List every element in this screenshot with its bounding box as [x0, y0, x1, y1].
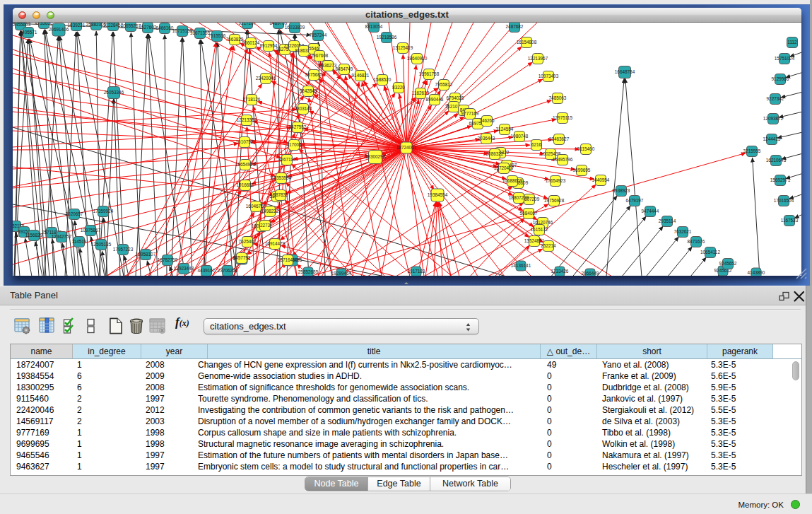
svg-text:9660124: 9660124 [242, 40, 260, 45]
svg-text:10655267: 10655267 [121, 23, 141, 28]
svg-text:8912954: 8912954 [260, 43, 278, 48]
svg-text:23420046: 23420046 [256, 76, 276, 81]
svg-text:9227342: 9227342 [767, 96, 784, 101]
svg-text:6466160: 6466160 [156, 25, 174, 30]
svg-text:10688609: 10688609 [502, 178, 523, 183]
svg-text:587833: 587833 [273, 192, 288, 197]
svg-text:7955812: 7955812 [435, 82, 453, 87]
svg-text:15720407: 15720407 [494, 165, 514, 170]
svg-text:16120746: 16120746 [533, 220, 553, 225]
svg-text:7632621: 7632621 [674, 229, 692, 234]
svg-text:12093872: 12093872 [763, 116, 784, 121]
svg-text:10973493: 10973493 [539, 74, 559, 78]
svg-text:1916682: 1916682 [237, 182, 254, 187]
svg-text:2803144: 2803144 [295, 106, 312, 111]
svg-text:16046765: 16046765 [246, 204, 266, 209]
svg-text:16033809: 16033809 [285, 25, 305, 30]
svg-text:16648784: 16648784 [615, 69, 635, 74]
svg-text:18640910: 18640910 [407, 56, 428, 61]
svg-text:10975867: 10975867 [81, 228, 101, 233]
svg-text:16154808: 16154808 [517, 40, 537, 45]
svg-text:16961758: 16961758 [419, 71, 440, 76]
svg-text:6216: 6216 [531, 142, 542, 147]
svg-text:746266: 746266 [479, 118, 495, 123]
svg-text:7663822: 7663822 [226, 37, 244, 42]
svg-text:3215955: 3215955 [743, 148, 761, 153]
svg-text:1405571: 1405571 [20, 30, 37, 35]
svg-text:9457791: 9457791 [233, 255, 251, 260]
svg-text:1162615: 1162615 [412, 90, 430, 95]
svg-text:12505135: 12505135 [91, 242, 112, 247]
svg-text:3267110: 3267110 [278, 157, 296, 162]
svg-text:5546: 5546 [309, 46, 319, 51]
svg-text:19756928: 19756928 [544, 198, 565, 203]
svg-text:26053346: 26053346 [104, 90, 124, 95]
svg-text:9474444: 9474444 [642, 209, 659, 214]
svg-text:1440954: 1440954 [592, 177, 610, 182]
svg-text:8990448: 8990448 [426, 97, 444, 102]
svg-text:16210643: 16210643 [766, 158, 787, 163]
svg-text:10958107: 10958107 [136, 252, 156, 257]
svg-text:17654923: 17654923 [546, 178, 566, 183]
svg-text:9129966: 9129966 [772, 76, 789, 81]
svg-text:1080748: 1080748 [511, 134, 529, 139]
svg-text:2487682: 2487682 [506, 24, 524, 29]
svg-text:114519: 114519 [72, 239, 87, 244]
svg-text:9115460: 9115460 [577, 146, 595, 151]
svg-text:1610752: 1610752 [236, 139, 254, 144]
svg-text:2086322: 2086322 [486, 151, 504, 156]
svg-text:19463627: 19463627 [549, 136, 570, 141]
svg-text:18300295: 18300295 [365, 154, 386, 159]
svg-text:14136141: 14136141 [511, 263, 531, 268]
svg-text:20691406: 20691406 [49, 27, 69, 32]
svg-text:3124554: 3124554 [496, 127, 514, 132]
svg-text:8813054: 8813054 [365, 24, 383, 29]
svg-text:7485063: 7485063 [549, 95, 567, 100]
svg-text:23706266: 23706266 [218, 268, 238, 273]
svg-text:17957223: 17957223 [113, 247, 134, 252]
svg-text:2036443: 2036443 [478, 136, 495, 141]
svg-text:9217207: 9217207 [239, 23, 257, 25]
svg-text:19654925: 19654925 [235, 162, 256, 167]
svg-text:15495796: 15495796 [553, 157, 573, 162]
svg-text:13524851: 13524851 [524, 238, 545, 243]
svg-text:1498222: 1498222 [261, 209, 279, 214]
svg-text:1112: 1112 [787, 40, 797, 45]
svg-text:22455603: 22455603 [13, 23, 31, 27]
svg-text:1839221: 1839221 [68, 23, 86, 28]
svg-text:1167533: 1167533 [781, 218, 799, 223]
svg-text:12975115: 12975115 [553, 115, 572, 120]
svg-text:12342757: 12342757 [52, 234, 72, 239]
svg-text:19299464: 19299464 [331, 271, 352, 276]
svg-text:10654112: 10654112 [700, 250, 720, 255]
svg-text:2273: 2273 [260, 223, 271, 228]
svg-text:252214: 252214 [541, 243, 556, 248]
svg-text:7625402: 7625402 [239, 239, 257, 244]
svg-text:2935114: 2935114 [659, 218, 676, 223]
svg-text:4143890: 4143890 [748, 270, 765, 275]
svg-text:15692971: 15692971 [770, 177, 791, 182]
svg-text:6794028: 6794028 [447, 95, 464, 100]
svg-text:7857244: 7857244 [310, 33, 327, 37]
svg-text:8938923: 8938923 [613, 188, 630, 193]
svg-text:17359924: 17359924 [93, 209, 114, 214]
svg-text:1244415: 1244415 [763, 136, 781, 141]
svg-text:9242848: 9242848 [300, 88, 317, 93]
svg-text:1527602: 1527602 [139, 25, 157, 30]
svg-text:12213967: 12213967 [528, 56, 548, 61]
svg-text:19384554: 19384554 [428, 192, 448, 197]
svg-text:8427552: 8427552 [289, 124, 307, 129]
svg-text:1588520: 1588520 [374, 77, 392, 82]
svg-text:2967608: 2967608 [311, 53, 329, 58]
svg-text:15716485: 15716485 [278, 257, 298, 262]
svg-text:16782759: 16782759 [158, 257, 178, 262]
svg-text:18724007: 18724007 [396, 145, 417, 150]
svg-text:8336273: 8336273 [319, 63, 337, 68]
svg-text:2718126: 2718126 [243, 97, 261, 102]
svg-text:1733426: 1733426 [551, 269, 569, 274]
svg-text:9777169: 9777169 [461, 111, 479, 116]
svg-text:12923448: 12923448 [174, 266, 194, 271]
svg-text:17016504: 17016504 [774, 198, 794, 203]
svg-text:13125419: 13125419 [393, 45, 413, 50]
svg-text:6479197: 6479197 [626, 198, 644, 203]
